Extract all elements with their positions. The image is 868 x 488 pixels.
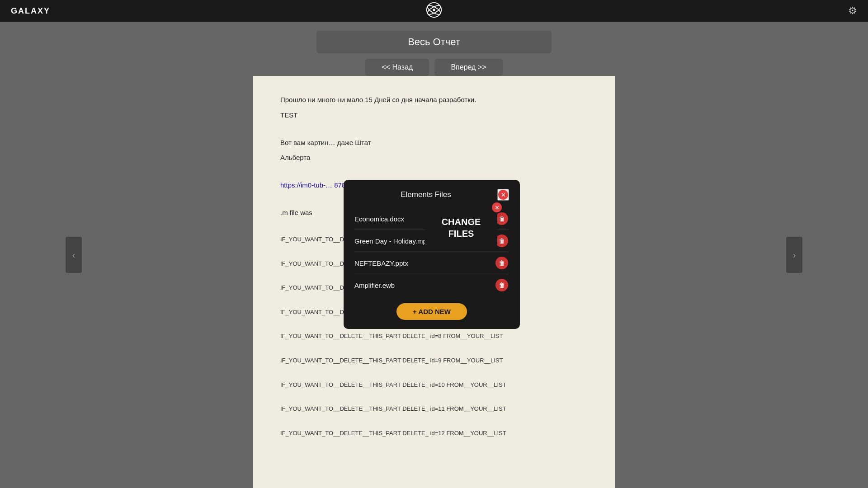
left-panel: ‹ [0,22,147,488]
doc-line [280,343,588,355]
left-arrow[interactable]: ‹ [66,237,82,273]
document-area: Прошло ни много ни мало 15 Дней со дня н… [253,76,615,488]
nav-buttons: << Назад Вперед >> [365,59,502,76]
right-arrow[interactable]: › [786,237,802,273]
doc-line [280,124,588,136]
delete-file-button[interactable]: 🗑 [495,256,509,270]
change-files-container: ✕ CHANGEFILES [425,207,497,249]
file-name: NEFTEBAZY.pptx [354,259,408,267]
doc-line: IF_YOU_WANT_TO__DELETE__THIS_PART DELETE… [280,404,588,414]
doc-line [280,367,588,379]
dialog-header: Elements Files ✕ [354,189,509,201]
change-files-button[interactable]: CHANGEFILES [425,207,497,249]
dialog-close-button[interactable]: ✕ [497,189,509,201]
header-logo-icon [426,2,442,20]
doc-line: IF_YOU_WANT_TO__DELETE__THIS_PART DELETE… [280,331,588,341]
back-button[interactable]: << Назад [365,59,429,76]
doc-line: IF_YOU_WANT_TO__DELETE__THIS_PART DELETE… [280,356,588,366]
doc-line [280,167,588,179]
file-name: Economica.docx [354,215,404,223]
doc-line: Прошло ни много ни мало 15 Дней со дня н… [280,94,588,106]
file-row: Amplifier.ewb🗑 [354,274,509,296]
doc-line: Вот вам картин… даже Штат [280,137,588,149]
elements-files-dialog: Elements Files ✕ Economica.docx🗑Green Da… [344,180,520,329]
change-files-close-button[interactable]: ✕ [492,202,502,212]
app-logo: GALAXY [11,6,50,16]
doc-line: TEST [280,109,588,121]
add-new-button[interactable]: + ADD NEW [396,303,467,320]
forward-button[interactable]: Вперед >> [434,59,502,76]
dialog-title: Elements Files [354,190,497,199]
svg-point-3 [433,9,435,11]
header: GALAXY ⚙ [0,0,868,22]
file-row: NEFTEBAZY.pptx🗑 [354,252,509,274]
doc-line [280,392,588,404]
center-content: Весь Отчет << Назад Вперед >> Прошло ни … [147,22,721,488]
main-layout: ‹ Весь Отчет << Назад Вперед >> Прошло н… [0,22,868,488]
file-name: Green Day - Holiday.mp3 [354,237,430,245]
doc-line [280,416,588,427]
doc-line: IF_YOU_WANT_TO__DELETE__THIS_PART DELETE… [280,428,588,438]
settings-icon[interactable]: ⚙ [848,5,857,17]
doc-line: Альберта [280,152,588,164]
delete-file-button[interactable]: 🗑 [495,278,509,292]
right-panel: › [721,22,868,488]
file-name: Amplifier.ewb [354,282,395,289]
report-title-button[interactable]: Весь Отчет [316,31,552,53]
doc-line: IF_YOU_WANT_TO__DELETE__THIS_PART DELETE… [280,380,588,390]
